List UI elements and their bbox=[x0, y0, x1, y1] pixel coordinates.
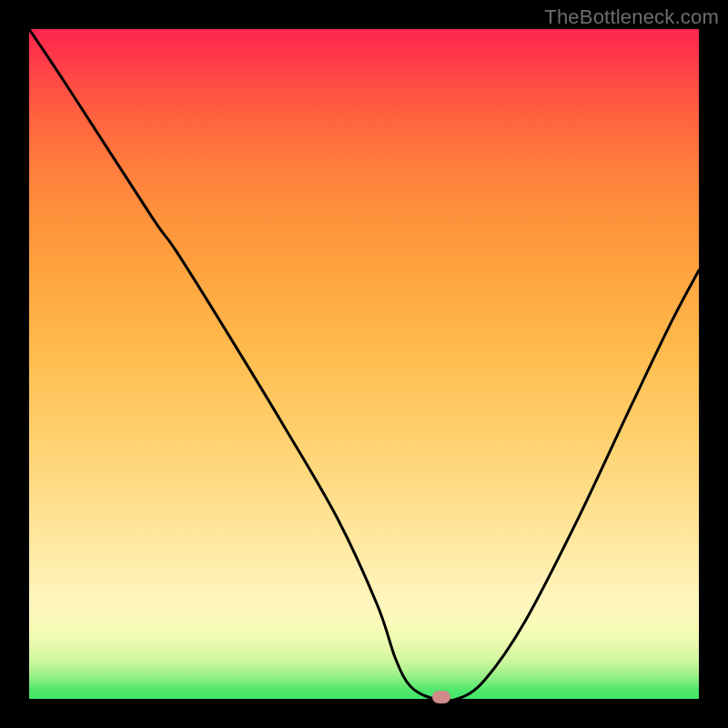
curve-path bbox=[29, 29, 699, 701]
plot-area bbox=[29, 29, 699, 699]
optimum-marker bbox=[432, 691, 450, 703]
bottleneck-curve bbox=[29, 29, 699, 699]
watermark-text: TheBottleneck.com bbox=[544, 5, 719, 29]
chart-frame: TheBottleneck.com bbox=[0, 0, 728, 728]
